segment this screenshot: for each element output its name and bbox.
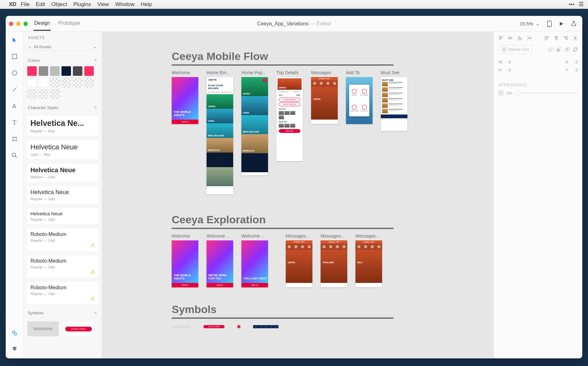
align-right-icon[interactable] bbox=[563, 36, 568, 41]
add-charstyle-icon[interactable]: + bbox=[94, 104, 97, 111]
color-swatch[interactable] bbox=[27, 78, 37, 87]
color-swatch[interactable] bbox=[84, 66, 94, 76]
menu-object[interactable]: Object bbox=[51, 1, 67, 8]
color-swatch[interactable] bbox=[39, 78, 48, 87]
char-style-item[interactable]: Helvetica NeueLight — 36pt bbox=[27, 140, 99, 160]
color-swatch[interactable] bbox=[50, 89, 60, 99]
select-tool-icon[interactable] bbox=[11, 36, 18, 44]
artboard-label[interactable]: Home Em... bbox=[207, 70, 230, 75]
assets-panel-icon[interactable] bbox=[11, 329, 18, 337]
opacity-slider[interactable] bbox=[516, 93, 578, 93]
y-value[interactable]: 0 bbox=[576, 68, 578, 72]
color-swatch[interactable] bbox=[73, 78, 82, 87]
zoom-control[interactable]: 15.5% ⌄ bbox=[520, 21, 540, 27]
align-vcenter-icon[interactable] bbox=[508, 36, 513, 41]
color-swatch[interactable] bbox=[61, 78, 71, 87]
char-style-item[interactable]: Roboto-MediumRegular — 14pt bbox=[27, 255, 99, 278]
boolean-add-icon[interactable] bbox=[548, 47, 553, 52]
char-style-item[interactable]: Roboto-MediumRegular — 14pt bbox=[27, 282, 99, 304]
menu-view[interactable]: View bbox=[97, 1, 109, 8]
artboard-home-popular[interactable]: JAPAN + CUBA NEW ZEALAND MOROCCO bbox=[241, 77, 268, 175]
design-canvas[interactable]: Ceeya Mobile Flow Welcome THE WORLD AWAI… bbox=[102, 32, 494, 358]
add-symbol-icon[interactable]: + bbox=[94, 310, 97, 316]
artboard-must-see[interactable]: MUST SEE bbox=[381, 77, 407, 131]
artboard-welcome-variant[interactable]: WE'RE HERE FOR YOUSIGN UP bbox=[207, 240, 233, 287]
artboard-label[interactable]: Home Pop... bbox=[241, 70, 266, 75]
artboard-tool-icon[interactable] bbox=[11, 135, 18, 143]
align-top-icon[interactable] bbox=[498, 36, 503, 41]
artboard-home-empty[interactable]: CEEYA PLAN YOUR ESCAPE To these exotic d… bbox=[207, 77, 233, 194]
color-swatch[interactable] bbox=[84, 78, 94, 87]
color-swatch[interactable] bbox=[39, 89, 48, 99]
h-value[interactable]: 0 bbox=[508, 68, 511, 72]
symbol-thumbnail[interactable]: EXPLORE bbox=[63, 321, 94, 337]
artboard-label[interactable]: Welcome ... bbox=[241, 233, 265, 239]
rectangle-tool-icon[interactable] bbox=[11, 53, 18, 60]
artboard-label[interactable]: Add To bbox=[346, 70, 360, 75]
window-close-icon[interactable] bbox=[9, 22, 13, 26]
color-swatch[interactable] bbox=[27, 89, 37, 99]
color-swatch[interactable] bbox=[61, 66, 71, 76]
artboard-trip-details[interactable]: JAPAN DEPARTURE RETURN SFO HND FLIGHT DE… bbox=[276, 77, 303, 161]
app-brand[interactable]: XD bbox=[9, 1, 16, 8]
color-swatch[interactable] bbox=[50, 78, 60, 87]
artboard-messages-variant[interactable]: SHARE A TRIPBALI bbox=[355, 240, 382, 287]
symbol-fab[interactable]: + bbox=[237, 325, 240, 328]
pen-tool-icon[interactable] bbox=[11, 102, 18, 110]
opacity-value[interactable]: 0% bbox=[507, 91, 513, 95]
artboard-welcome-variant[interactable]: YOU CAN'T WAITSIGN UP bbox=[241, 240, 268, 287]
align-bottom-icon[interactable] bbox=[517, 36, 522, 41]
layers-panel-icon[interactable] bbox=[11, 345, 18, 353]
artboard-label[interactable]: Messages... bbox=[355, 233, 379, 239]
window-minimize-icon[interactable] bbox=[16, 22, 21, 26]
text-tool-icon[interactable]: T bbox=[11, 119, 18, 126]
w-value[interactable]: 0 bbox=[508, 60, 511, 64]
x-value[interactable]: 0 bbox=[576, 60, 578, 64]
symbol-navbar-light[interactable] bbox=[172, 325, 191, 328]
artboard-label[interactable]: Welcome bbox=[172, 233, 190, 239]
char-style-item[interactable]: Roboto-MediumRegular — 14pt bbox=[27, 228, 99, 251]
menu-edit[interactable]: Edit bbox=[36, 1, 45, 8]
chevron-down-icon[interactable]: ⌄ bbox=[93, 44, 97, 49]
share-icon[interactable] bbox=[571, 21, 577, 27]
device-preview-icon[interactable] bbox=[547, 21, 552, 27]
char-style-item[interactable]: Helvetica NeueRegular — 14pt bbox=[27, 208, 99, 225]
artboard-label[interactable]: Welcome bbox=[172, 70, 190, 75]
assets-filter[interactable]: ⌕All Assets ⌄ bbox=[27, 43, 99, 51]
repeat-grid-button[interactable]: Repeat Grid bbox=[498, 45, 532, 54]
align-left-icon[interactable] bbox=[544, 36, 549, 41]
artboard-add-to[interactable]: NOTES PICTURES MUST SEE LOGISTICS bbox=[346, 77, 373, 124]
menu-window[interactable]: Window bbox=[115, 1, 134, 8]
window-zoom-icon[interactable] bbox=[23, 22, 28, 26]
menu-file[interactable]: File bbox=[21, 1, 29, 8]
line-tool-icon[interactable] bbox=[11, 86, 18, 93]
menu-list-icon[interactable]: ☰ bbox=[579, 1, 584, 8]
menu-plugins[interactable]: Plugins bbox=[73, 1, 91, 8]
menu-help[interactable]: Help bbox=[141, 1, 152, 8]
menu-extras-icon[interactable]: ••• bbox=[569, 1, 574, 8]
symbol-thumbnail[interactable] bbox=[27, 321, 59, 337]
artboard-welcome[interactable]: THE WORLD AWAITS SIGN UP bbox=[172, 77, 198, 124]
artboard-messages-variant[interactable]: SHARE A TRIPJAPAN bbox=[286, 240, 312, 287]
distribute-h-icon[interactable] bbox=[573, 36, 578, 41]
char-style-item[interactable]: Helvetica NeueRegular — 18pt bbox=[27, 186, 99, 204]
ellipse-tool-icon[interactable] bbox=[11, 69, 18, 77]
distribute-v-icon[interactable] bbox=[527, 36, 532, 41]
chevron-down-icon[interactable]: ⌄ bbox=[536, 21, 540, 27]
char-style-item[interactable]: Helvetica NeueMedium — 24pt bbox=[27, 163, 99, 182]
boolean-intersect-icon[interactable] bbox=[565, 47, 570, 52]
tab-prototype[interactable]: Prototype bbox=[58, 16, 80, 31]
add-color-icon[interactable]: + bbox=[94, 57, 97, 64]
color-swatch[interactable] bbox=[27, 66, 37, 76]
tab-design[interactable]: Design bbox=[34, 16, 51, 31]
boolean-subtract-icon[interactable] bbox=[556, 47, 561, 52]
artboard-label[interactable]: Welcome ... bbox=[207, 233, 230, 239]
artboard-label[interactable]: Must See bbox=[381, 70, 399, 75]
artboard-label[interactable]: Messages bbox=[311, 70, 331, 75]
symbol-explore-button[interactable]: EXPLORE bbox=[203, 325, 225, 328]
align-hcenter-icon[interactable] bbox=[554, 36, 559, 41]
boolean-exclude-icon[interactable] bbox=[573, 47, 578, 52]
color-swatch[interactable] bbox=[39, 66, 48, 76]
artboard-label[interactable]: Messages... bbox=[321, 233, 344, 239]
color-swatch[interactable] bbox=[50, 66, 60, 76]
